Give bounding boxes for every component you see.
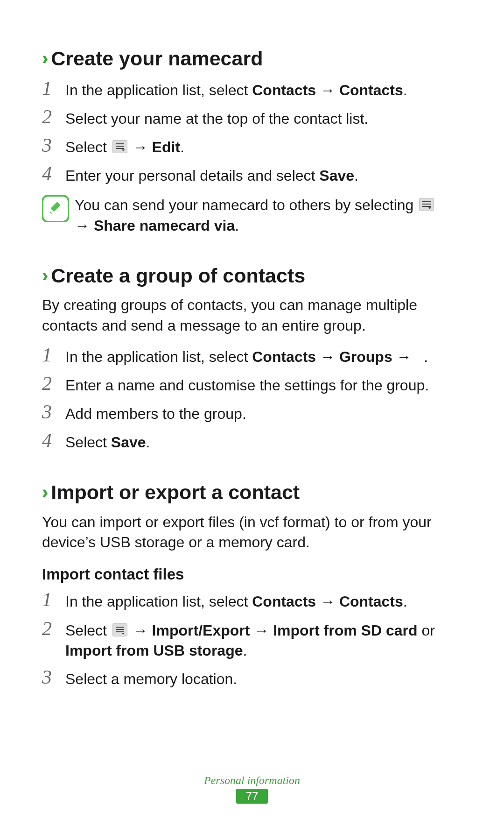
chevron-icon: ››: [42, 48, 42, 70]
step-text: In the application list, select Contacts…: [65, 78, 462, 100]
step-number: 4: [42, 431, 65, 450]
text-fragment: or: [418, 622, 435, 639]
text-fragment: →: [75, 217, 94, 234]
text-fragment: .: [235, 217, 239, 234]
footer-section-label: Personal information: [0, 774, 504, 787]
bold-fragment: Contacts → Groups →: [252, 348, 411, 365]
step-row: 1 In the application list, select Contac…: [42, 590, 462, 612]
chevron-icon: ››: [42, 265, 42, 287]
step-text: In the application list, select Contacts…: [65, 590, 462, 612]
text-fragment: .: [243, 642, 247, 659]
step-number: 2: [42, 107, 65, 127]
step-row: 2 Select → Import/Export → Import from S…: [42, 619, 462, 661]
chevron-icon: ››: [42, 482, 42, 503]
heading-text: Create a group of contacts: [51, 264, 305, 288]
bold-fragment: Share namecard via: [94, 217, 235, 234]
step-number: 1: [42, 78, 65, 98]
text-fragment: Select: [65, 622, 111, 639]
text-fragment: In the application list, select: [65, 593, 252, 610]
step-row: 4 Select Save.: [42, 431, 462, 452]
heading-text: Create your namecard: [51, 47, 263, 71]
step-row: 1 In the application list, select Contac…: [42, 345, 462, 367]
page-container: ›› Create your namecard 1 In the applica…: [0, 0, 504, 827]
text-fragment: .: [403, 593, 407, 610]
bold-fragment: Save: [319, 167, 354, 184]
step-row: 3 Select a memory location.: [42, 667, 462, 689]
heading-create-namecard: ›› Create your namecard: [42, 47, 462, 71]
step-text: In the application list, select Contacts…: [65, 345, 462, 367]
step-number: 3: [42, 667, 65, 687]
bold-fragment: Import/Export → Import from SD card: [152, 622, 418, 639]
step-number: 3: [42, 402, 65, 422]
step-text: Select → Import/Export → Import from SD …: [65, 619, 462, 661]
text-fragment: →: [129, 139, 152, 156]
step-text: Enter your personal details and select S…: [65, 164, 462, 186]
text-fragment: .: [412, 348, 428, 365]
menu-icon: [112, 140, 127, 153]
heading-text: Import or export a contact: [51, 481, 300, 505]
step-row: 1 In the application list, select Contac…: [42, 78, 462, 100]
text-fragment: .: [403, 82, 407, 99]
text-fragment: Enter your personal details and select: [65, 167, 319, 184]
text-fragment: .: [146, 434, 150, 451]
bold-fragment: Import from USB storage: [65, 642, 243, 659]
bold-fragment: Save: [111, 434, 146, 451]
heading-import-export: ›› Import or export a contact: [42, 481, 462, 505]
note-text: You can send your namecard to others by …: [75, 194, 462, 235]
bold-fragment: Contacts → Contacts: [252, 593, 403, 610]
text-fragment: .: [180, 139, 184, 156]
step-text: Select your name at the top of the conta…: [65, 107, 462, 129]
note-pencil-icon: [42, 195, 69, 222]
menu-icon: [419, 198, 434, 211]
menu-icon: [112, 623, 127, 636]
page-number-badge: 77: [236, 789, 268, 804]
text-fragment: Select: [65, 434, 111, 451]
step-number: 1: [42, 590, 65, 609]
text-fragment: Select: [65, 139, 111, 156]
step-text: Select a memory location.: [65, 667, 462, 689]
step-number: 2: [42, 374, 65, 393]
text-fragment: In the application list, select: [65, 82, 252, 99]
bold-fragment: Edit: [152, 139, 180, 156]
subheading-import-files: Import contact files: [42, 565, 462, 583]
step-row: 2 Enter a name and customise the setting…: [42, 374, 462, 396]
text-fragment: →: [129, 622, 152, 639]
bold-fragment: Contacts → Contacts: [252, 82, 403, 99]
step-number: 2: [42, 619, 65, 638]
intro-text: You can import or export files (in vcf f…: [42, 512, 462, 552]
step-text: Select → Edit.: [65, 135, 462, 157]
text-fragment: .: [354, 167, 358, 184]
step-row: 3 Select → Edit.: [42, 135, 462, 157]
step-row: 2 Select your name at the top of the con…: [42, 107, 462, 129]
step-text: Enter a name and customise the settings …: [65, 374, 462, 396]
heading-create-group: ›› Create a group of contacts: [42, 264, 462, 288]
step-text: Select Save.: [65, 431, 462, 452]
text-fragment: In the application list, select: [65, 348, 252, 365]
step-number: 1: [42, 345, 65, 365]
step-text: Add members to the group.: [65, 402, 462, 424]
step-row: 4 Enter your personal details and select…: [42, 164, 462, 186]
step-row: 3 Add members to the group.: [42, 402, 462, 424]
intro-text: By creating groups of contacts, you can …: [42, 295, 462, 335]
page-footer: Personal information 77: [0, 774, 504, 804]
step-number: 3: [42, 135, 65, 155]
note-block: You can send your namecard to others by …: [42, 194, 462, 235]
text-fragment: You can send your namecard to others by …: [75, 197, 418, 213]
content-area: ›› Create your namecard 1 In the applica…: [42, 47, 462, 689]
step-number: 4: [42, 164, 65, 184]
